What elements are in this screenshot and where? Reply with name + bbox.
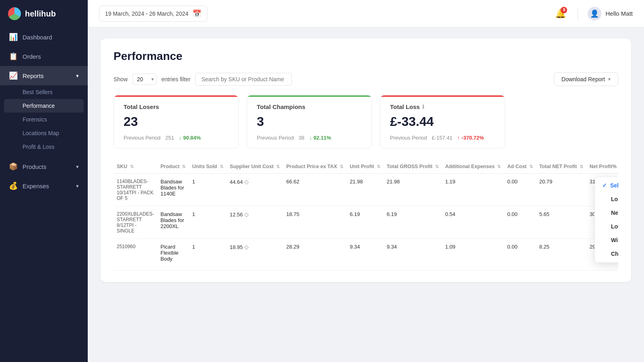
col-product: Product ⇅ [157, 160, 189, 174]
sidebar: hellihub 📊 Dashboard 📋 Orders 📈 Reports … [0, 0, 88, 362]
filter-option-neutrals[interactable]: Neutrals [595, 206, 618, 220]
chevron-down-icon: ▾ [76, 183, 79, 189]
cell-additional-expenses: 1.19 [442, 174, 504, 206]
user-menu[interactable]: 👤 Hello Matt [588, 7, 633, 21]
sidebar-item-profit-loss[interactable]: Profit & Loss [0, 140, 88, 154]
sort-icon: ⇅ [435, 164, 439, 169]
cell-ad-cost: 0.00 [504, 174, 536, 206]
cell-supplier-unit-cost: 18.95 ◇ [227, 239, 283, 271]
logo-text: hellihub [25, 9, 56, 19]
kpi-row: Total Losers 23 Previous Period 251 ↓ 90… [114, 95, 618, 148]
chevron-down-icon: ▾ [608, 76, 611, 82]
cell-total-net-profit: 20.79 [536, 174, 586, 206]
filter-option-losers[interactable]: Losers [595, 192, 618, 206]
sidebar-item-label: Orders [23, 53, 41, 60]
cell-product-price: 66.62 [283, 174, 347, 206]
kpi-badge: ↓ 92.11% [309, 135, 331, 141]
show-label: Show [114, 76, 128, 82]
cell-ad-cost: 0.00 [504, 206, 536, 239]
sidebar-item-forensics[interactable]: Forensics [0, 113, 88, 126]
kpi-footer: Previous Period £-157.41 ↑ -370.72% [390, 135, 495, 141]
performance-card: Performance Show 10 20 50 100 entries fi… [101, 39, 631, 282]
notification-badge: 8 [561, 7, 567, 13]
sort-icon: ⇅ [529, 164, 533, 169]
sort-icon: ⇅ [377, 164, 380, 169]
cell-supplier-unit-cost: 44.64 ◇ [227, 174, 283, 206]
sort-icon: ⇅ [130, 164, 134, 169]
filter-option-winners[interactable]: Winners [595, 233, 618, 247]
download-report-button[interactable]: Download Report ▾ [554, 72, 618, 86]
orders-icon: 📋 [9, 52, 18, 61]
cell-product: Bandsaw Blades for 1140E [157, 174, 189, 206]
kpi-prev-label: Previous Period [390, 135, 427, 141]
col-total-net-profit: Total NET Profit ⇅ [536, 160, 586, 174]
entries-select-wrapper: 10 20 50 100 [132, 74, 157, 85]
arrow-down-icon: ↓ [309, 135, 312, 141]
kpi-total-loss: Total Loss ℹ £-33.44 Previous Period £-1… [380, 95, 505, 148]
filter-option-champion[interactable]: Champion [595, 247, 618, 261]
filter-option-select-filter[interactable]: ✓ Select Filter [595, 179, 618, 192]
cell-units-sold: 1 [189, 174, 226, 206]
sidebar-item-locations-map[interactable]: Locations Map [0, 126, 88, 140]
arrow-up-icon: ↑ [457, 135, 460, 141]
sort-icon: ⇅ [497, 164, 501, 169]
kpi-title: Total Losers [124, 103, 229, 110]
cell-additional-expenses: 1.09 [442, 239, 504, 271]
expenses-icon: 💰 [9, 181, 18, 190]
search-input[interactable] [195, 73, 292, 86]
arrow-down-icon: ↓ [179, 135, 182, 141]
cell-sku: 2510960 [114, 239, 157, 271]
cell-product-price: 28.29 [283, 239, 347, 271]
table-row: 2510960 Picard Flexible Body 1 18.95 ◇ 2… [114, 239, 618, 271]
cell-sku: 1140BLADES-STARRETT 10/14TPI - PACK OF 5 [114, 174, 157, 206]
table-body: 1140BLADES-STARRETT 10/14TPI - PACK OF 5… [114, 174, 618, 271]
sidebar-item-dashboard[interactable]: 📊 Dashboard [0, 27, 88, 47]
user-greeting: Hello Matt [605, 10, 633, 17]
kpi-prev-value: 251 [165, 135, 174, 141]
filter-option-low-profit[interactable]: Low Profit [595, 220, 618, 233]
kpi-title: Total Champions [257, 103, 362, 110]
sidebar-item-label: Reports [23, 72, 44, 79]
sort-icon: ⇅ [182, 164, 186, 169]
sidebar-item-reports[interactable]: 📈 Reports ▾ [0, 66, 88, 85]
reports-submenu: Best Sellers Performance Forensics Locat… [0, 85, 88, 157]
cell-supplier-unit-cost: 12.56 ◇ [227, 206, 283, 239]
kpi-value: 3 [257, 114, 362, 129]
info-icon[interactable]: ℹ [422, 104, 424, 110]
filter-label: entries filter [161, 76, 190, 82]
table-row: 2200XLBLADES-STARRETT 8/12TPI - SINGLE B… [114, 206, 618, 239]
cell-additional-expenses: 0.54 [442, 206, 504, 239]
col-unit-profit: Unit Profit ⇅ [347, 160, 384, 174]
sort-icon: ⇅ [220, 164, 223, 169]
entries-select[interactable]: 10 20 50 100 [132, 74, 157, 85]
cell-product-price: 18.75 [283, 206, 347, 239]
cell-total-gross-profit: 9.34 [384, 239, 442, 271]
cell-product: Picard Flexible Body [157, 239, 189, 271]
logo[interactable]: hellihub [0, 0, 88, 27]
content-area: Performance Show 10 20 50 100 entries fi… [88, 27, 644, 362]
cell-unit-profit: 21.98 [347, 174, 384, 206]
kpi-title: Total Loss ℹ [390, 103, 495, 110]
sidebar-item-best-sellers[interactable]: Best Sellers [0, 85, 88, 99]
main-area: 19 March, 2024 - 26 March, 2024 📅 🔔 8 👤 … [88, 0, 644, 362]
cell-unit-profit: 9.34 [347, 239, 384, 271]
col-product-price: Product Price ex TAX ⇅ [283, 160, 347, 174]
kpi-empty [513, 95, 618, 148]
calendar-icon: 📅 [192, 9, 201, 18]
reports-icon: 📈 [9, 71, 18, 80]
sidebar-item-orders[interactable]: 📋 Orders [0, 47, 88, 66]
date-range-picker[interactable]: 19 March, 2024 - 26 March, 2024 📅 [99, 6, 207, 22]
sidebar-item-products[interactable]: 📦 Products ▾ [0, 157, 88, 176]
header-divider [578, 7, 578, 20]
col-net-profit-pct: Net Profit% [586, 160, 618, 174]
col-sku: SKU ⇅ [114, 160, 157, 174]
diamond-icon: ◇ [244, 211, 249, 218]
kpi-prev-value: 38 [299, 135, 304, 141]
cell-units-sold: 1 [189, 239, 226, 271]
sidebar-item-performance[interactable]: Performance [4, 99, 84, 113]
sidebar-item-expenses[interactable]: 💰 Expenses ▾ [0, 176, 88, 195]
diamond-icon: ◇ [244, 179, 249, 185]
notification-bell[interactable]: 🔔 8 [553, 6, 568, 21]
diamond-icon: ◇ [244, 244, 249, 250]
cell-product: Bandsaw Blades for 2200XL [157, 206, 189, 239]
